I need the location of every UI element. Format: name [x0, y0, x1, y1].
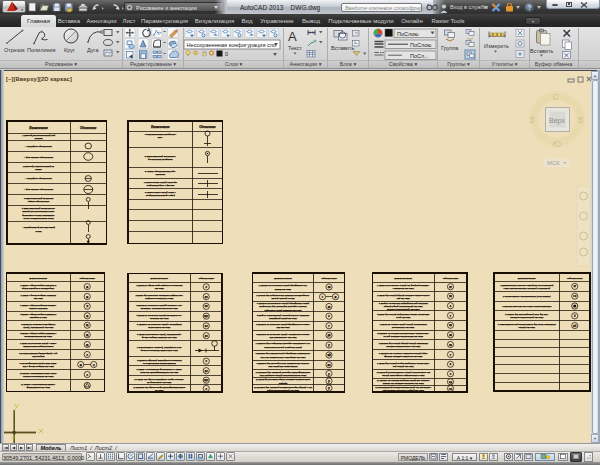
svg-text:Обозначение: Обозначение: [321, 276, 337, 280]
svg-text:т: т: [450, 314, 452, 318]
svg-text:Вставить: Вставить: [530, 48, 553, 54]
svg-text:– допустимое обозначение: – допустимое обозначение: [23, 156, 54, 159]
svg-text:ва: ва: [449, 343, 452, 347]
svg-text:Наименование: Наименование: [273, 276, 293, 280]
svg-text:ПоСл...: ПоСл...: [410, 53, 429, 59]
svg-text:розеточных от сети: розеточных от сети: [391, 326, 415, 329]
svg-text:лением освещением от сети: лением освещением от сети: [22, 375, 54, 378]
svg-text:ао: ао: [205, 324, 208, 328]
svg-text:що: що: [204, 378, 208, 382]
svg-text:щите: щите: [35, 168, 42, 171]
svg-text:томатич. переключением от сети: томатич. переключением от сети: [141, 307, 179, 310]
svg-text:ним вводом: ним вводом: [32, 355, 44, 358]
svg-text:Измерить: Измерить: [484, 43, 509, 49]
svg-text:щитом: щитом: [35, 137, 43, 140]
svg-text:лей электроустановок подвод от: лей электроустановок подвод от сети: [381, 389, 424, 392]
svg-text:Наименование: Наименование: [150, 125, 170, 129]
svg-text:Вставить: Вставить: [331, 45, 354, 51]
svg-text:р: р: [328, 386, 330, 390]
svg-text:Наименование: Наименование: [149, 276, 169, 280]
svg-text:по: по: [205, 304, 209, 308]
svg-text:секций от сети: секций от сети: [518, 326, 535, 329]
svg-text:о: о: [206, 387, 208, 391]
svg-text:ние–: ние–: [158, 136, 164, 139]
svg-text:щ: щ: [86, 333, 89, 337]
svg-text:3.Кнопка навесная от секции вы: 3.Кнопка навесная от секции выключателям…: [502, 305, 552, 308]
svg-text:З: З: [529, 115, 534, 125]
svg-text:ПоСлою: ПоСлою: [410, 42, 431, 48]
svg-text:одним отводом к электродвиг.: одним отводом к электродвиг.: [22, 287, 55, 290]
svg-text:электроустановочного от сети: электроустановочного от сети: [386, 345, 421, 348]
svg-text:с: с: [322, 295, 324, 299]
svg-text:р: р: [328, 379, 330, 383]
svg-text:Обозначение: Обозначение: [199, 125, 216, 129]
svg-text:также (розеточный) от сети: также (розеточный) от сети: [387, 308, 420, 311]
svg-text:н: н: [86, 304, 88, 308]
svg-text:двузначным прибором: двузначным прибором: [148, 158, 173, 161]
svg-text:м: м: [86, 285, 88, 289]
svg-text:Верх: Верх: [549, 117, 565, 125]
svg-text:2.выключатели управляющими (це: 2.выключатели управляющими (цепи рампы): [503, 295, 551, 298]
svg-text:МСК: МСК: [547, 160, 560, 166]
svg-text:Общее обозначение: Общее обозначение: [28, 200, 50, 203]
svg-text:матическим вводом резерва: матическим вводом резерва: [22, 345, 54, 348]
svg-text:Обозначение: Обозначение: [198, 276, 214, 280]
svg-text:вещения от сети: вещения от сети: [150, 317, 169, 320]
svg-text:двумя вводами питания от сети: двумя вводами питания от сети: [142, 336, 178, 339]
svg-text:соединением между собой: соединением между собой: [146, 194, 176, 197]
svg-text:Наименование: Наименование: [393, 276, 413, 280]
svg-text:ий: ий: [327, 353, 331, 357]
svg-text:що: що: [204, 314, 208, 318]
svg-text:А: А: [288, 29, 297, 44]
svg-text:[–][Вверху][2D каркас]: [–][Вверху][2D каркас]: [6, 76, 72, 82]
svg-text:Дуга: Дуга: [87, 47, 99, 53]
svg-text:секций переходного подключения: секций переходного подключения к сети: [382, 374, 425, 377]
svg-text:кабельных линий питания от сет: кабельных линий питания от сети: [264, 309, 302, 312]
svg-text:ол: ол: [449, 387, 452, 391]
svg-text:сл: сл: [573, 294, 576, 298]
svg-text:нием от трансформатора от сети: нием от трансформатора от сети: [140, 371, 179, 374]
svg-text:чески останавливает кулак: чески останавливает кулак: [23, 217, 54, 220]
svg-text:ап: ап: [449, 323, 452, 327]
svg-text:т: т: [450, 353, 452, 357]
svg-text:лей секций от сети: лей секций от сети: [392, 365, 415, 368]
svg-text:о: о: [450, 372, 452, 376]
svg-text:ПоСлою: ПоСлою: [397, 31, 418, 37]
svg-text:о: о: [206, 285, 208, 289]
svg-text:лг: лг: [573, 284, 576, 288]
svg-text:ия дежурного от сети: ия дежурного от сети: [147, 381, 172, 384]
svg-text:отводом к сети: отводом к сети: [30, 316, 48, 319]
svg-text:ния переменного от сети: ния переменного от сети: [269, 336, 297, 339]
svg-text:Отрезок: Отрезок: [4, 47, 25, 53]
svg-text:– наглядное обозначение: – наглядное обозначение: [24, 145, 53, 148]
svg-text:ния с двумя вводами от сети: ния с двумя вводами от сети: [23, 365, 55, 368]
svg-text:ных или контрольных устройств: ных или контрольных устройств от сети: [261, 356, 307, 359]
svg-text:– допустимое обозначение: – допустимое обозначение: [23, 188, 54, 191]
svg-text:Обозначение: Обозначение: [79, 276, 95, 280]
svg-text:ванного питания: ванного питания: [29, 307, 48, 310]
svg-text:м: м: [86, 314, 88, 318]
svg-text:разрядный линий от сети: разрядный линий от сети: [268, 317, 297, 320]
svg-text:от сети: от сети: [34, 297, 44, 300]
svg-text:С: С: [553, 92, 559, 102]
svg-text:го под электроустановками от с: го под электроустановками от сети: [384, 335, 424, 338]
svg-text:кулак: кулак: [36, 230, 43, 233]
svg-text:фазных электроустановок от сет: фазных электроустановок от сети: [384, 355, 423, 358]
svg-text:форматором от сети: форматором от сети: [26, 386, 50, 389]
svg-text:ко: ко: [205, 369, 208, 373]
svg-text:вб: вб: [573, 324, 576, 328]
svg-text:установки от сети: установки от сети: [392, 287, 415, 290]
svg-text:подвода: подвода: [279, 382, 288, 385]
svg-text:Наименование: Наименование: [28, 126, 48, 130]
svg-text:во: во: [205, 334, 208, 338]
svg-text:ав: ав: [328, 285, 331, 289]
svg-text:значение: значение: [154, 173, 166, 176]
svg-text:ателях от электроустановок от: ателях от электроустановок от сети: [383, 382, 425, 385]
svg-text:бочего освещения щитов при сет: бочего освещения щитов при сети: [141, 349, 179, 352]
svg-text:Обозначение: Обозначение: [443, 276, 459, 280]
svg-text:ва: ва: [328, 305, 331, 309]
svg-text:м: м: [335, 295, 337, 299]
svg-text:Несохраненная конфигурация сло: Несохраненная конфигурация сло: [187, 42, 277, 48]
svg-text:Обозначение: Обозначение: [80, 126, 97, 130]
svg-text:вт: вт: [449, 285, 452, 289]
